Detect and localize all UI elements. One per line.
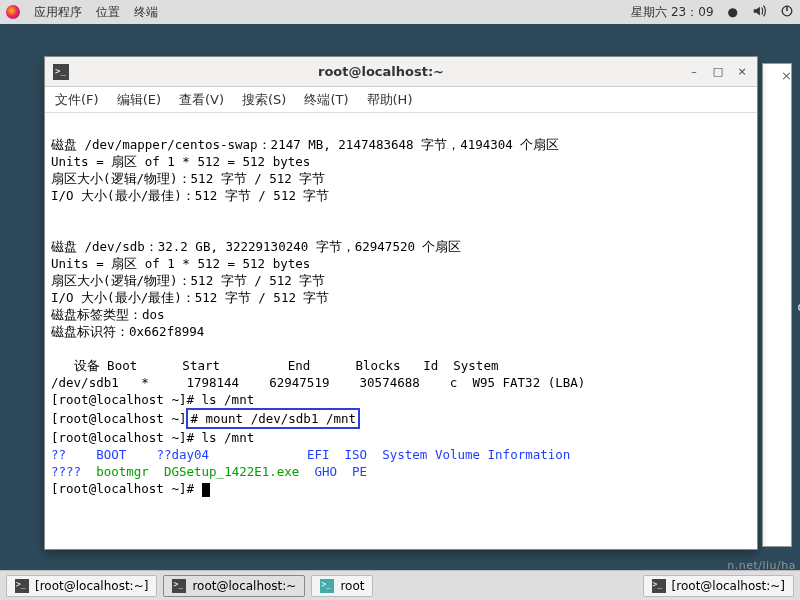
ls-entry: ??day04 (156, 447, 209, 462)
titlebar[interactable]: root@localhost:~ – □ × (45, 57, 757, 87)
menu-places[interactable]: 位置 (96, 4, 120, 21)
ls-entry: BOOT (96, 447, 126, 462)
ls-entry: ???? (51, 464, 81, 479)
distro-logo-icon (6, 5, 20, 19)
out-line: Units = 扇区 of 1 * 512 = 512 bytes (51, 256, 310, 271)
taskbar-item[interactable]: [root@localhost:~] (643, 575, 794, 597)
ls-entry: PE (352, 464, 367, 479)
ls-entry: DGSetup_1422E1.exe (164, 464, 299, 479)
clock[interactable]: 星期六 23：09 (631, 4, 713, 21)
ls-entry: System Volume Information (382, 447, 570, 462)
out-line: 扇区大小(逻辑/物理)：512 字节 / 512 字节 (51, 171, 325, 186)
menu-edit[interactable]: 编辑(E) (117, 91, 161, 109)
out-line: I/O 大小(最小/最佳)：512 字节 / 512 字节 (51, 188, 329, 203)
menu-file[interactable]: 文件(F) (55, 91, 99, 109)
menubar: 文件(F) 编辑(E) 查看(V) 搜索(S) 终端(T) 帮助(H) (45, 87, 757, 113)
window-title: root@localhost:~ (75, 64, 687, 79)
terminal-icon (53, 64, 69, 80)
taskbar-item[interactable]: root (311, 575, 373, 597)
status-dot-icon: ● (728, 5, 738, 19)
ls-entry: ?? (51, 447, 66, 462)
terminal-icon (15, 579, 29, 593)
cursor (202, 483, 210, 497)
out-line: 磁盘标识符：0x662f8994 (51, 324, 204, 339)
menu-help[interactable]: 帮助(H) (367, 91, 413, 109)
menu-applications[interactable]: 应用程序 (34, 4, 82, 21)
out-line: 磁盘 /dev/sdb：32.2 GB, 32229130240 字节，6294… (51, 239, 462, 254)
terminal-output[interactable]: 磁盘 /dev/mapper/centos-swap：2147 MB, 2147… (45, 113, 757, 549)
ls-entry: EFI (307, 447, 330, 462)
power-icon[interactable] (780, 4, 794, 21)
prompt-line: [root@localhost ~]# ls /mnt (51, 430, 254, 445)
terminal-window: root@localhost:~ – □ × 文件(F) 编辑(E) 查看(V)… (44, 56, 758, 550)
menu-search[interactable]: 搜索(S) (242, 91, 286, 109)
close-button[interactable]: × (735, 65, 749, 79)
background-window-close-icon[interactable]: × (781, 68, 792, 83)
menu-view[interactable]: 查看(V) (179, 91, 224, 109)
prompt-line: [root@localhost ~]# ls /mnt (51, 392, 254, 407)
prompt-line: [root@localhost ~] (51, 411, 186, 426)
taskbar-label: root (340, 579, 364, 593)
out-line: 扇区大小(逻辑/物理)：512 字节 / 512 字节 (51, 273, 325, 288)
menu-terminal[interactable]: 终端 (134, 4, 158, 21)
taskbar-label: root@localhost:~ (192, 579, 296, 593)
highlighted-command: # mount /dev/sdb1 /mnt (186, 408, 360, 429)
out-line: 磁盘 /dev/mapper/centos-swap：2147 MB, 2147… (51, 137, 559, 152)
background-window (762, 63, 792, 547)
minimize-button[interactable]: – (687, 65, 701, 79)
folder-icon (320, 579, 334, 593)
taskbar-label: [root@localhost:~] (672, 579, 785, 593)
top-panel: 应用程序 位置 终端 星期六 23：09 ● (0, 0, 800, 24)
ls-entry: GHO (314, 464, 337, 479)
terminal-icon (652, 579, 666, 593)
out-line: 磁盘标签类型：dos (51, 307, 165, 322)
taskbar-item-active[interactable]: root@localhost:~ (163, 575, 305, 597)
taskbar-item[interactable]: [root@localhost:~] (6, 575, 157, 597)
taskbar-label: [root@localhost:~] (35, 579, 148, 593)
ls-entry: bootmgr (96, 464, 149, 479)
out-line: I/O 大小(最小/最佳)：512 字节 / 512 字节 (51, 290, 329, 305)
out-header: 设备 Boot Start End Blocks Id System (51, 358, 498, 373)
taskbar: [root@localhost:~] root@localhost:~ root… (0, 570, 800, 600)
volume-icon[interactable] (752, 4, 766, 21)
prompt-current: [root@localhost ~]# (51, 481, 202, 496)
maximize-button[interactable]: □ (711, 65, 725, 79)
menu-terminal-dropdown[interactable]: 终端(T) (304, 91, 348, 109)
ls-entry: ISO (345, 447, 368, 462)
out-row: /dev/sdb1 * 1798144 62947519 30574688 c … (51, 375, 585, 390)
terminal-icon (172, 579, 186, 593)
out-line: Units = 扇区 of 1 * 512 = 512 bytes (51, 154, 310, 169)
